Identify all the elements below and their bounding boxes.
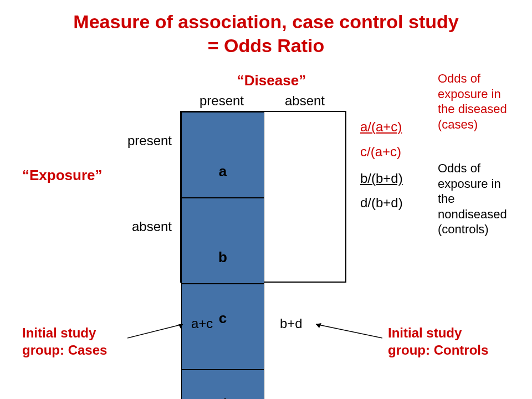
arrow-to-controls-icon — [310, 321, 382, 341]
cell-a-value: a — [219, 163, 227, 180]
cases-line2: group: Cases — [22, 342, 107, 357]
cell-a: a — [181, 112, 264, 198]
cell-c-value: c — [219, 310, 227, 327]
disease-header: “Disease” — [211, 72, 332, 89]
controls-line2: group: Controls — [388, 342, 488, 357]
svg-marker-1 — [178, 324, 183, 329]
initial-group-cases-label: Initial study group: Cases — [22, 324, 107, 359]
svg-line-0 — [127, 324, 183, 338]
row-header-absent: absent — [116, 219, 172, 234]
odds-cases-numerator: a/(a+c) — [360, 119, 402, 135]
initial-group-controls-label: Initial study group: Controls — [388, 324, 488, 359]
exposure-header: “Exposure” — [22, 167, 103, 184]
cell-b-value: b — [218, 249, 227, 266]
odds-cases-denominator: c/(a+c) — [360, 144, 401, 160]
column-total-bd: b+d — [280, 316, 303, 331]
slide-title: Measure of association, case control stu… — [0, 10, 532, 57]
row-header-present: present — [116, 133, 172, 149]
odds-controls-denominator: d/(b+d) — [360, 195, 403, 211]
column-header-present: present — [180, 93, 263, 109]
cell-d: d — [181, 370, 264, 399]
contingency-grid: a b c d — [180, 111, 346, 283]
cell-b: b — [181, 198, 264, 284]
cell-d-value: d — [218, 396, 227, 399]
cases-line1: Initial study — [22, 325, 96, 340]
svg-line-2 — [316, 324, 382, 338]
column-header-absent: absent — [263, 93, 346, 109]
title-line2: = Odds Ratio — [208, 35, 325, 56]
title-line1: Measure of association, case control stu… — [73, 11, 458, 32]
odds-controls-description: Odds of exposure in the nondiseased (con… — [438, 161, 521, 237]
odds-controls-numerator: b/(b+d) — [360, 171, 403, 186]
column-total-ac: a+c — [191, 316, 213, 331]
arrow-to-cases-icon — [127, 324, 188, 341]
odds-cases-description: Odds of exposure in the diseased (cases) — [438, 71, 521, 132]
controls-line1: Initial study — [388, 325, 462, 340]
